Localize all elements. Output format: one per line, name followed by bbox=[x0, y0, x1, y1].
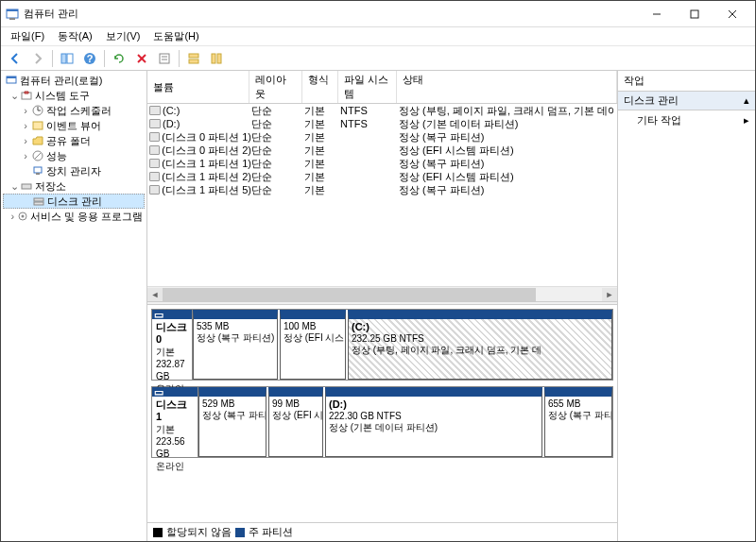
app-icon bbox=[5, 7, 20, 22]
nav-tree[interactable]: 컴퓨터 관리(로컬) ⌄시스템 도구 ›작업 스케줄러 ›이벤트 뷰어 ›공유 … bbox=[1, 71, 147, 541]
back-button[interactable] bbox=[5, 48, 26, 69]
refresh-button[interactable] bbox=[109, 48, 129, 69]
help-button[interactable]: ? bbox=[79, 48, 100, 69]
tree-event-viewer[interactable]: ›이벤트 뷰어 bbox=[3, 118, 145, 133]
tree-services[interactable]: ›서비스 및 응용 프로그램 bbox=[3, 209, 145, 224]
menu-help[interactable]: 도움말(H) bbox=[147, 27, 204, 45]
disk-info: ▭디스크 0기본232.87 GB온라인 bbox=[152, 310, 193, 380]
svg-line-28 bbox=[35, 153, 41, 159]
partition[interactable]: 535 MB정상 (복구 파티션) bbox=[193, 310, 278, 380]
col-status[interactable]: 상태 bbox=[397, 71, 617, 103]
col-filesystem[interactable]: 파일 시스템 bbox=[338, 71, 397, 103]
tree-device-manager[interactable]: 장치 관리자 bbox=[3, 163, 145, 178]
disk-bar-icon: ▭ bbox=[154, 309, 163, 321]
scroll-right-button[interactable]: ► bbox=[602, 288, 617, 301]
titlebar: 컴퓨터 관리 bbox=[1, 1, 755, 27]
drive-icon bbox=[149, 132, 160, 142]
partition[interactable]: 99 MB정상 (EFI 시 bbox=[268, 387, 323, 457]
partition[interactable]: 100 MB정상 (EFI 시스' bbox=[280, 310, 346, 380]
svg-rect-21 bbox=[7, 76, 16, 78]
svg-rect-1 bbox=[7, 9, 18, 11]
tree-shared-folders[interactable]: ›공유 폴더 bbox=[3, 133, 145, 148]
actions-header: 작업 bbox=[618, 71, 755, 92]
volume-row[interactable]: (디스크 0 파티션 2)단순기본정상 (EFI 시스템 파티션) bbox=[147, 144, 617, 157]
svg-rect-16 bbox=[189, 54, 198, 58]
svg-rect-8 bbox=[67, 54, 73, 63]
disk[interactable]: ▭디스크 0기본232.87 GB온라인535 MB정상 (복구 파티션)100… bbox=[151, 309, 613, 381]
tree-scheduler[interactable]: ›작업 스케줄러 bbox=[3, 103, 145, 118]
volume-list[interactable]: (C:)단순기본NTFS정상 (부팅, 페이지 파일, 크래시 덤프, 기본 데… bbox=[147, 104, 617, 286]
svg-rect-32 bbox=[34, 198, 43, 201]
partition[interactable]: 655 MB정상 (복구 파티 bbox=[544, 387, 612, 457]
legend-unallocated-swatch bbox=[153, 528, 163, 537]
menu-view[interactable]: 보기(V) bbox=[100, 27, 146, 45]
drive-icon bbox=[149, 172, 160, 181]
col-layout[interactable]: 레이아웃 bbox=[249, 71, 302, 103]
partition[interactable]: (C:)232.25 GB NTFS정상 (부팅, 페이지 파일, 크래시 덤프… bbox=[348, 310, 612, 380]
actions-other[interactable]: 기타 작업▸ bbox=[618, 110, 755, 130]
svg-rect-13 bbox=[160, 54, 169, 63]
tree-system-tools[interactable]: ⌄시스템 도구 bbox=[3, 88, 145, 103]
toolbar: ? bbox=[1, 46, 755, 71]
actions-disk-section[interactable]: 디스크 관리▴ bbox=[618, 92, 755, 110]
actions-panel: 작업 디스크 관리▴ 기타 작업▸ bbox=[618, 71, 755, 541]
legend-primary-label: 주 파티션 bbox=[249, 525, 293, 539]
disk[interactable]: ▭디스크 1기본223.56 GB온라인529 MB정상 (복구 파티99 MB… bbox=[151, 386, 613, 458]
volume-row[interactable]: (디스크 1 파티션 5)단순기본정상 (복구 파티션) bbox=[147, 183, 617, 196]
volume-row[interactable]: (디스크 0 파티션 1)단순기본정상 (복구 파티션) bbox=[147, 130, 617, 144]
volume-row[interactable]: (디스크 1 파티션 1)단순기본정상 (복구 파티션) bbox=[147, 157, 617, 170]
col-volume[interactable]: 볼륨 bbox=[147, 71, 249, 103]
svg-rect-18 bbox=[212, 54, 215, 63]
partition[interactable]: (D:)222.30 GB NTFS정상 (기본 데이터 파티션) bbox=[325, 387, 542, 457]
view-list-button[interactable] bbox=[183, 48, 204, 69]
svg-rect-17 bbox=[189, 59, 198, 63]
forward-button[interactable] bbox=[27, 48, 48, 69]
disk-bar-icon: ▭ bbox=[154, 386, 163, 398]
tree-storage[interactable]: ⌄저장소 bbox=[3, 178, 145, 194]
center-panel: 볼륨 레이아웃 형식 파일 시스템 상태 (C:)단순기본NTFS정상 (부팅,… bbox=[147, 71, 618, 541]
window-title: 컴퓨터 관리 bbox=[24, 7, 638, 21]
close-button[interactable] bbox=[713, 1, 751, 27]
horizontal-scrollbar[interactable]: ◄ ► bbox=[147, 286, 617, 301]
svg-rect-26 bbox=[33, 122, 43, 129]
svg-rect-29 bbox=[34, 167, 42, 173]
scroll-left-button[interactable]: ◄ bbox=[147, 288, 163, 301]
legend-unallocated-label: 할당되지 않음 bbox=[166, 525, 232, 539]
svg-point-35 bbox=[21, 215, 24, 218]
volume-row[interactable]: (D:)단순기본NTFS정상 (기본 데이터 파티션) bbox=[147, 117, 617, 130]
svg-rect-4 bbox=[691, 10, 698, 18]
tree-performance[interactable]: ›성능 bbox=[3, 148, 145, 163]
tree-root[interactable]: 컴퓨터 관리(로컬) bbox=[3, 73, 145, 88]
svg-rect-2 bbox=[9, 18, 15, 20]
chevron-right-icon: ▸ bbox=[744, 114, 749, 127]
maximize-button[interactable] bbox=[676, 1, 713, 27]
col-type[interactable]: 형식 bbox=[302, 71, 338, 103]
menu-file[interactable]: 파일(F) bbox=[5, 27, 50, 45]
show-hide-tree-button[interactable] bbox=[57, 48, 77, 69]
properties-button[interactable] bbox=[154, 48, 175, 69]
menubar: 파일(F) 동작(A) 보기(V) 도움말(H) bbox=[1, 27, 755, 46]
drive-icon bbox=[149, 106, 161, 115]
svg-rect-30 bbox=[36, 173, 40, 175]
legend: 할당되지 않음 주 파티션 bbox=[147, 522, 617, 541]
drive-icon bbox=[149, 119, 161, 128]
scroll-thumb[interactable] bbox=[163, 288, 536, 301]
delete-icon[interactable] bbox=[131, 48, 152, 69]
svg-rect-33 bbox=[34, 202, 43, 205]
volume-row[interactable]: (C:)단순기본NTFS정상 (부팅, 페이지 파일, 크래시 덤프, 기본 데… bbox=[147, 104, 617, 117]
partition[interactable]: 529 MB정상 (복구 파티 bbox=[198, 387, 266, 457]
drive-icon bbox=[149, 145, 160, 155]
disk-info: ▭디스크 1기본223.56 GB온라인 bbox=[152, 387, 198, 457]
volume-list-header[interactable]: 볼륨 레이아웃 형식 파일 시스템 상태 bbox=[147, 71, 617, 104]
tree-disk-management[interactable]: 디스크 관리 bbox=[3, 194, 145, 209]
svg-rect-7 bbox=[61, 54, 66, 63]
svg-rect-31 bbox=[22, 184, 31, 189]
volume-row[interactable]: (디스크 1 파티션 2)단순기본정상 (EFI 시스템 파티션) bbox=[147, 170, 617, 183]
drive-icon bbox=[149, 185, 160, 195]
view-details-button[interactable] bbox=[206, 48, 227, 69]
disk-map: ▭디스크 0기본232.87 GB온라인535 MB정상 (복구 파티션)100… bbox=[147, 305, 617, 522]
menu-action[interactable]: 동작(A) bbox=[52, 27, 98, 45]
minimize-button[interactable] bbox=[638, 1, 676, 27]
collapse-icon: ▴ bbox=[744, 94, 749, 107]
drive-icon bbox=[149, 159, 160, 168]
